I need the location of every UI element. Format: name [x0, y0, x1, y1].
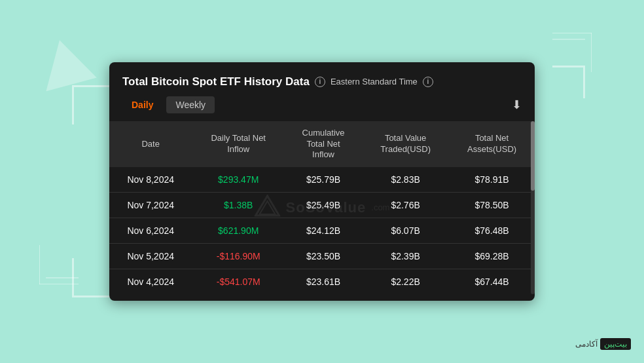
cell-value-traded: $2.39B [362, 244, 449, 269]
scrollbar-thumb [531, 121, 535, 191]
cell-cumulative-inflow: $25.49B [285, 193, 362, 218]
cell-cumulative-inflow: $23.50B [285, 244, 362, 269]
table-row: Nov 5,2024-$116.90M$23.50B$2.39B$69.28B [109, 244, 535, 269]
download-button[interactable]: ⬇ [512, 98, 522, 112]
card-header: Total Bitcoin Spot ETF History Data i Ea… [109, 75, 535, 96]
tabs-row: Daily Weekly ⬇ [109, 96, 535, 121]
title-info-icon[interactable]: i [315, 77, 325, 87]
cell-date: Nov 5,2024 [109, 244, 192, 269]
data-table: Date Daily Total NetInflow CumulativeTot… [109, 121, 535, 295]
cell-value-traded: $2.22B [362, 269, 449, 295]
table-body: Nov 8,2024$293.47M$25.79B$2.83B$78.91BNo… [109, 167, 535, 294]
cell-date: Nov 4,2024 [109, 269, 192, 295]
deco-triangle-tl [34, 33, 96, 91]
tab-group: Daily Weekly [122, 96, 215, 113]
col-net-assets: Total NetAssets(USD) [449, 121, 535, 168]
cell-daily-inflow: -$541.07M [192, 269, 285, 295]
col-cumulative-inflow: CumulativeTotal NetInflow [285, 121, 362, 168]
timezone-label: Eastern Standard Time [331, 77, 418, 86]
timezone-info-icon[interactable]: i [423, 77, 433, 87]
cell-value-traded: $2.76B [362, 193, 449, 218]
card-title: Total Bitcoin Spot ETF History Data [122, 75, 310, 88]
cell-date: Nov 7,2024 [109, 193, 192, 218]
table-row: Nov 8,2024$293.47M$25.79B$2.83B$78.91B [109, 167, 535, 193]
table-header-row: Date Daily Total NetInflow CumulativeTot… [109, 121, 535, 168]
cell-net-assets: $78.50B [449, 193, 535, 218]
col-date: Date [109, 121, 192, 168]
deco-corner-tl [72, 85, 111, 124]
cell-daily-inflow: $621.90M [192, 218, 285, 244]
cell-net-assets: $78.91B [449, 167, 535, 193]
cell-daily-inflow: -$116.90M [192, 244, 285, 269]
cell-daily-inflow: $293.47M [192, 167, 285, 193]
cell-cumulative-inflow: $24.12B [285, 218, 362, 244]
deco-lines-tr [552, 33, 592, 72]
tab-weekly[interactable]: Weekly [166, 96, 215, 113]
data-table-wrapper: Date Daily Total NetInflow CumulativeTot… [109, 121, 535, 295]
cell-net-assets: $69.28B [449, 244, 535, 269]
logo-main: بیت‌پین [600, 338, 631, 350]
cell-net-assets: $76.48B [449, 218, 535, 244]
cell-cumulative-inflow: $23.61B [285, 269, 362, 295]
cell-date: Nov 6,2024 [109, 218, 192, 244]
scrollbar[interactable] [531, 121, 535, 295]
tab-daily[interactable]: Daily [122, 96, 162, 113]
main-card: Total Bitcoin Spot ETF History Data i Ea… [109, 62, 535, 301]
col-value-traded: Total ValueTraded(USD) [362, 121, 449, 168]
cell-net-assets: $67.44B [449, 269, 535, 295]
cell-date: Nov 8,2024 [109, 167, 192, 193]
cell-value-traded: $2.83B [362, 167, 449, 193]
bottom-logo: آکادمی بیت‌پین [575, 338, 631, 350]
table-row: Nov 6,2024$621.90M$24.12B$6.07B$76.48B [109, 218, 535, 244]
table-row: Nov 7,2024$1.38B$25.49B$2.76B$78.50B [109, 193, 535, 218]
cell-daily-inflow: $1.38B [192, 193, 285, 218]
col-daily-inflow: Daily Total NetInflow [192, 121, 285, 168]
cell-cumulative-inflow: $25.79B [285, 167, 362, 193]
logo-prefix: آکادمی [575, 339, 598, 349]
cell-value-traded: $6.07B [362, 218, 449, 244]
deco-lines-bl [39, 245, 79, 284]
table-row: Nov 4,2024-$541.07M$23.61B$2.22B$67.44B [109, 269, 535, 295]
